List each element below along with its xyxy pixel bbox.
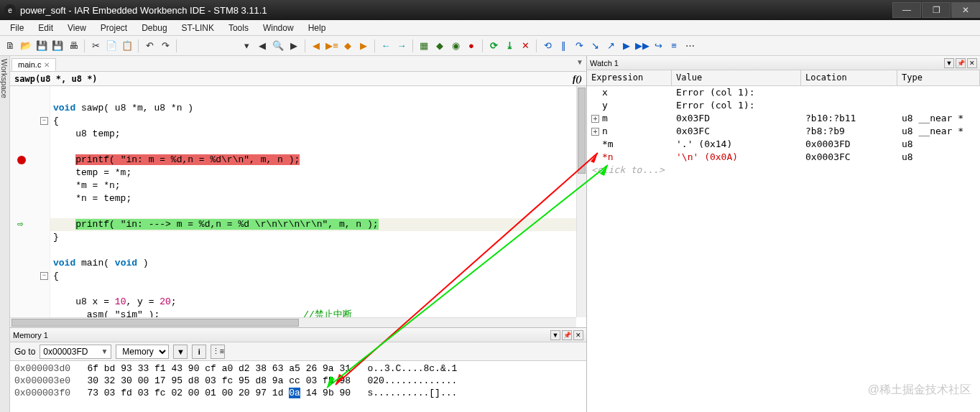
menu-stlink[interactable]: ST-LINK [175, 22, 221, 34]
panel-close-icon[interactable]: ✕ [967, 58, 977, 68]
code-line[interactable]: *n = temp; [50, 192, 576, 205]
code-line[interactable]: temp = *m; [50, 167, 576, 179]
menu-help[interactable]: Help [301, 22, 333, 34]
editor-vscrollbar[interactable] [576, 86, 586, 317]
tab-dropdown-icon[interactable]: ▼ [576, 58, 583, 66]
watch-col-value[interactable]: Value [672, 70, 801, 85]
window-maximize-button[interactable]: ❐ [922, 2, 951, 18]
panel-close-icon[interactable]: ✕ [573, 330, 583, 340]
dropdown-icon[interactable]: ▾ [239, 39, 254, 53]
fold-icon[interactable]: − [40, 272, 48, 280]
code-line[interactable]: void main( void ) [50, 257, 576, 270]
window-minimize-button[interactable]: — [892, 2, 921, 18]
watch-col-expression[interactable]: Expression [587, 70, 672, 85]
code-line[interactable]: u8 x = 10, y = 20; [50, 296, 576, 309]
watch-row[interactable]: +m0x03FD?b10:?b11u8 __near * [587, 112, 980, 125]
fx-icon[interactable]: f() [573, 73, 582, 85]
tree-expand-icon[interactable]: + [591, 128, 599, 136]
menu-view[interactable]: View [60, 22, 93, 34]
bookmark-icon[interactable]: ▶≡ [325, 39, 339, 53]
find-icon[interactable]: 🔍 [271, 39, 285, 53]
memory-row[interactable]: 0x000003e0 30 32 30 00 17 95 d8 03 fc 95… [14, 375, 582, 387]
code-line[interactable]: *m = *n; [50, 179, 576, 192]
watch-row[interactable]: xError (col 1): Unkn... [587, 86, 980, 99]
watch-row[interactable]: *m'.' (0x14)0x0003FDu8 [587, 138, 980, 151]
find-next-icon[interactable]: ▶ [287, 39, 301, 53]
editor-gutter[interactable]: −⇨− [10, 86, 50, 317]
code-line[interactable] [50, 283, 576, 296]
paste-icon[interactable]: 📋 [120, 39, 134, 53]
nav-back-icon[interactable]: ← [379, 39, 393, 53]
build-icon[interactable]: ◉ [448, 39, 463, 53]
new-icon[interactable]: 🗎 [3, 39, 17, 53]
code-line[interactable]: printf( "in: ---> m = %d,n = %d \r\n\r\n… [50, 218, 576, 231]
watch-col-location[interactable]: Location [801, 70, 897, 85]
bookmark-clear-icon[interactable]: ▶ [356, 39, 371, 53]
code-editor[interactable]: −⇨− void sawp( u8 *m, u8 *n ){ u8 temp; … [10, 86, 586, 327]
compile-icon[interactable]: ▦ [417, 39, 431, 53]
make-icon[interactable]: ◆ [433, 39, 447, 53]
step-next-icon[interactable]: ↪ [651, 39, 665, 53]
memory-space-select[interactable]: Memory [116, 345, 169, 359]
menu-file[interactable]: File [3, 22, 31, 34]
save-icon[interactable]: 💾 [34, 39, 49, 53]
panel-pin-icon[interactable]: 📌 [562, 330, 572, 340]
watch-body[interactable]: xError (col 1): Unkn...yError (col 1): U… [587, 86, 980, 412]
code-line[interactable]: u8 temp; [50, 128, 576, 141]
watch-add-placeholder[interactable]: <click to...> [587, 164, 672, 177]
fold-icon[interactable]: − [40, 117, 48, 125]
panel-pin-icon[interactable]: 📌 [956, 58, 966, 68]
menu-debug[interactable]: Debug [134, 22, 174, 34]
cut-icon[interactable]: ✂ [88, 39, 103, 53]
autostep-icon[interactable]: ≡ [667, 39, 681, 53]
code-area[interactable]: void sawp( u8 *m, u8 *n ){ u8 temp; prin… [50, 86, 576, 317]
debug-go-icon[interactable]: ⟳ [486, 39, 501, 53]
memory-row[interactable]: 0x000003f0 73 03 fd 03 fc 02 00 01 00 20… [14, 387, 582, 399]
memory-goto-input[interactable]: 0x00003FD▼ [40, 345, 111, 359]
breakpoint-icon[interactable] [17, 156, 26, 164]
save-all-icon[interactable]: 💾 [50, 39, 65, 53]
menu-edit[interactable]: Edit [31, 22, 60, 34]
memory-view[interactable]: 0x000003d0 6f bd 93 33 f1 43 90 cf a0 d2… [10, 361, 586, 412]
bookmark-next-icon[interactable]: ◆ [341, 39, 355, 53]
extra-icon[interactable]: ⋯ [683, 39, 697, 53]
debug-download-icon[interactable]: ⤓ [502, 39, 517, 53]
code-line[interactable] [50, 141, 576, 154]
undo-icon[interactable]: ↶ [142, 39, 157, 53]
memory-row[interactable]: 0x000003d0 6f bd 93 33 f1 43 90 cf a0 d2… [14, 362, 582, 375]
memory-width-dropdown[interactable]: ▼ [173, 345, 188, 359]
tab-main-c[interactable]: main.c ✕ [11, 58, 56, 71]
code-line[interactable]: { [50, 115, 576, 128]
watch-col-type[interactable]: Type [897, 70, 980, 85]
bookmark-prev-icon[interactable]: ◀ [309, 39, 323, 53]
memory-config-icon[interactable]: ⋮≡ [211, 345, 225, 359]
reset-icon[interactable]: ⟲ [540, 39, 555, 53]
watch-row[interactable]: yError (col 1): Unkn... [587, 99, 980, 112]
panel-dropdown-icon[interactable]: ▼ [944, 58, 954, 68]
step-into-icon[interactable]: ↘ [588, 39, 602, 53]
find-prev-icon[interactable]: ◀ [255, 39, 269, 53]
code-line[interactable]: __asm( "sim" );//禁止中断 [50, 309, 576, 317]
watch-row[interactable]: *n'\n' (0x0A)0x0003FCu8 [587, 151, 980, 164]
copy-icon[interactable]: 📄 [104, 39, 119, 53]
panel-dropdown-icon[interactable]: ▼ [550, 330, 560, 340]
workspace-tab[interactable]: Workspace [0, 56, 10, 412]
nav-fwd-icon[interactable]: → [394, 39, 409, 53]
code-line[interactable] [50, 205, 576, 218]
debug-stop-icon[interactable]: ✕ [518, 39, 532, 53]
window-close-button[interactable]: ✕ [951, 2, 980, 18]
code-line[interactable]: { [50, 270, 576, 283]
print-icon[interactable]: 🖶 [66, 39, 80, 53]
code-line[interactable] [50, 89, 576, 102]
tree-expand-icon[interactable]: + [591, 115, 599, 123]
code-line[interactable]: void sawp( u8 *m, u8 *n ) [50, 102, 576, 115]
code-line[interactable]: } [50, 231, 576, 244]
menu-window[interactable]: Window [256, 22, 301, 34]
menu-project[interactable]: Project [93, 22, 134, 34]
step-out-icon[interactable]: ↗ [604, 39, 618, 53]
open-icon[interactable]: 📂 [19, 39, 33, 53]
menu-tools[interactable]: Tools [221, 22, 256, 34]
close-icon[interactable]: ✕ [44, 61, 50, 69]
redo-icon[interactable]: ↷ [158, 39, 172, 53]
stop-build-icon[interactable]: ● [464, 39, 479, 53]
